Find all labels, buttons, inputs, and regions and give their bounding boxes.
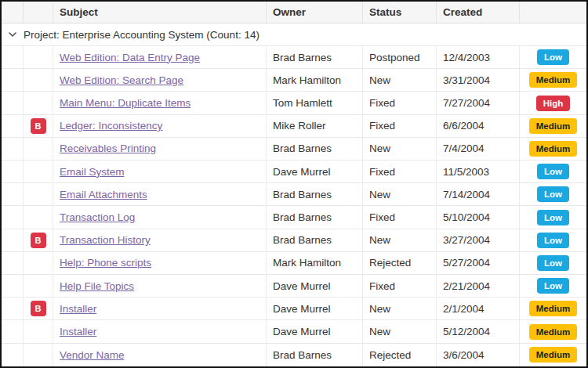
status-cell: New bbox=[363, 320, 437, 342]
created-cell: 11/5/2003 bbox=[437, 161, 520, 182]
row-expand-cell bbox=[2, 320, 24, 342]
priority-badge: Medium bbox=[529, 301, 577, 316]
header-cell-created[interactable]: Created bbox=[437, 2, 520, 23]
status-cell: Rejected bbox=[363, 344, 437, 366]
created-cell: 7/27/2004 bbox=[437, 92, 520, 114]
created-cell: 5/27/2004 bbox=[437, 252, 520, 274]
header-cell-status[interactable]: Status bbox=[363, 2, 437, 23]
priority-cell: Medium bbox=[520, 115, 586, 137]
owner-cell: Brad Barnes bbox=[267, 344, 363, 366]
subject-link[interactable]: Web Edition: Search Page bbox=[60, 74, 183, 86]
row-flag-cell bbox=[24, 344, 53, 366]
row-expand-cell bbox=[2, 229, 24, 251]
row-flag-cell bbox=[24, 252, 53, 274]
subject-link[interactable]: Main Menu: Duplicate Items bbox=[60, 97, 191, 109]
row-expand-cell bbox=[2, 344, 24, 366]
owner-cell: Dave Murrel bbox=[267, 320, 363, 342]
created-cell: 7/4/2004 bbox=[437, 138, 520, 160]
status-cell: Fixed bbox=[363, 115, 437, 137]
subject-link[interactable]: Transaction History bbox=[60, 234, 151, 246]
table-row: BInstallerDave MurrelNew2/1/2004Medium bbox=[2, 298, 586, 320]
subject-link[interactable]: Email Attachments bbox=[60, 189, 147, 200]
priority-cell: Medium bbox=[520, 344, 586, 366]
table-row: Transaction LogBrad BarnesFixed5/10/2004… bbox=[2, 206, 586, 229]
status-cell: New bbox=[363, 298, 437, 319]
subject-link[interactable]: Help File Topics bbox=[60, 280, 134, 292]
subject-link[interactable]: Installer bbox=[60, 303, 96, 315]
row-flag-cell bbox=[24, 138, 53, 160]
created-cell: 5/12/2004 bbox=[437, 320, 520, 342]
priority-cell: Low bbox=[520, 206, 586, 228]
priority-badge: Medium bbox=[529, 324, 577, 340]
priority-badge: Low bbox=[537, 49, 569, 65]
subject-link[interactable]: Web Edition: Data Entry Page bbox=[60, 52, 200, 63]
row-flag-cell: B bbox=[24, 115, 53, 137]
created-cell: 12/4/2003 bbox=[437, 46, 520, 68]
priority-cell: Low bbox=[520, 229, 586, 251]
header-cell-subject[interactable]: Subject bbox=[53, 2, 267, 23]
table-row: Main Menu: Duplicate ItemsTom HamlettFix… bbox=[2, 92, 586, 114]
row-expand-cell bbox=[2, 46, 24, 68]
priority-cell: Medium bbox=[520, 138, 586, 160]
status-cell: New bbox=[363, 69, 437, 91]
row-expand-cell bbox=[2, 275, 24, 297]
row-flag-cell bbox=[24, 92, 53, 114]
priority-badge: Low bbox=[537, 233, 569, 248]
group-row-label: Project: Enterprise Accounting System (C… bbox=[24, 29, 260, 41]
subject-link[interactable]: Vendor Name bbox=[60, 349, 125, 361]
subject-cell: Help File Topics bbox=[53, 275, 267, 297]
flag-b-badge: B bbox=[31, 118, 46, 134]
priority-badge: Medium bbox=[529, 141, 577, 157]
status-cell: Fixed bbox=[363, 275, 437, 297]
subject-link[interactable]: Email System bbox=[60, 166, 125, 178]
priority-badge: High bbox=[536, 96, 571, 111]
subject-link[interactable]: Ledger: Inconsistency bbox=[60, 120, 162, 132]
subject-cell: Main Menu: Duplicate Items bbox=[53, 92, 267, 114]
grid-body: Web Edition: Data Entry PageBrad BarnesP… bbox=[2, 46, 586, 366]
subject-cell: Receivables Printing bbox=[53, 138, 267, 160]
priority-badge: Low bbox=[537, 164, 569, 179]
table-row: InstallerDave MurrelNew5/12/2004Medium bbox=[2, 320, 586, 343]
created-cell: 2/1/2004 bbox=[437, 298, 520, 319]
subject-link[interactable]: Help: Phone scripts bbox=[60, 257, 151, 269]
data-grid: Subject Owner Status Created Project: En… bbox=[0, 0, 588, 368]
owner-cell: Mike Roller bbox=[267, 115, 363, 137]
owner-cell: Dave Murrel bbox=[267, 275, 363, 297]
header-cell-flag bbox=[24, 2, 53, 23]
owner-cell: Brad Barnes bbox=[267, 229, 363, 251]
priority-cell: Low bbox=[520, 46, 586, 68]
row-flag-cell: B bbox=[24, 229, 53, 251]
row-expand-cell bbox=[2, 115, 24, 137]
grid-header-row: Subject Owner Status Created bbox=[2, 2, 586, 23]
row-flag-cell bbox=[24, 69, 53, 91]
priority-cell: Medium bbox=[520, 320, 586, 342]
status-cell: New bbox=[363, 138, 437, 160]
priority-badge: Low bbox=[537, 255, 569, 271]
subject-cell: Transaction History bbox=[53, 229, 267, 251]
table-row: Help File TopicsDave MurrelFixed2/21/200… bbox=[2, 275, 586, 298]
collapse-group-button[interactable] bbox=[2, 30, 24, 39]
status-cell: Fixed bbox=[363, 92, 437, 114]
row-expand-cell bbox=[2, 183, 24, 205]
subject-link[interactable]: Installer bbox=[60, 326, 96, 337]
owner-cell: Mark Hamilton bbox=[267, 252, 363, 274]
chevron-down-icon bbox=[8, 30, 17, 39]
subject-cell: Email Attachments bbox=[53, 183, 267, 205]
priority-cell: High bbox=[520, 92, 586, 114]
table-row: Web Edition: Data Entry PageBrad BarnesP… bbox=[2, 46, 586, 69]
row-flag-cell bbox=[24, 320, 53, 342]
priority-badge: Low bbox=[537, 210, 569, 225]
subject-link[interactable]: Receivables Printing bbox=[60, 143, 156, 154]
status-cell: Rejected bbox=[363, 252, 437, 274]
subject-link[interactable]: Transaction Log bbox=[60, 211, 135, 223]
header-cell-expand bbox=[2, 2, 24, 23]
subject-cell: Transaction Log bbox=[53, 206, 267, 228]
priority-cell: Low bbox=[520, 183, 586, 205]
priority-badge: Medium bbox=[529, 347, 577, 363]
created-cell: 5/10/2004 bbox=[437, 206, 520, 228]
owner-cell: Brad Barnes bbox=[267, 46, 363, 68]
header-cell-owner[interactable]: Owner bbox=[267, 2, 363, 23]
row-flag-cell bbox=[24, 275, 53, 297]
owner-cell: Tom Hamlett bbox=[267, 92, 363, 114]
subject-cell: Email System bbox=[53, 161, 267, 182]
